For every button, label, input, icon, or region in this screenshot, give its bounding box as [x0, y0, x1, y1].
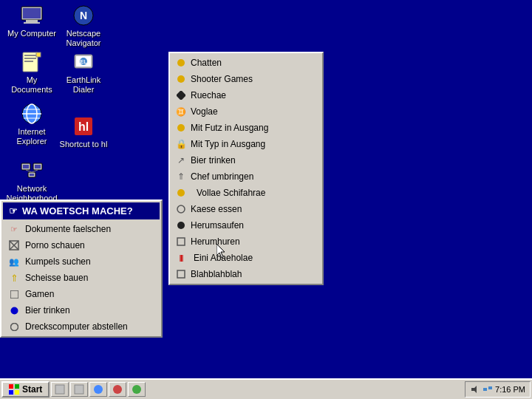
left-item-porno[interactable]: Porno schauen	[3, 237, 160, 253]
left-item-drecks[interactable]: Dreckscomputer abstellen	[3, 318, 160, 335]
svg-rect-33	[10, 290, 18, 299]
desktop-icon-ie[interactable]: Internet Explorer	[6, 102, 58, 146]
svg-point-42	[177, 222, 185, 229]
menu-label-typ: Mit Typ in Ausgang	[191, 139, 265, 149]
menu-label-vollae: Vollae Schifahrae	[191, 188, 265, 198]
svg-point-39	[177, 124, 185, 132]
desktop-icon-my-computer[interactable]: My Computer	[6, 4, 58, 38]
svg-rect-38	[177, 91, 185, 100]
svg-point-52	[94, 385, 103, 394]
menu-item-eini[interactable]: ||| Eini Abaeholae	[171, 250, 321, 266]
menu-icon-typ: 🔒	[174, 137, 188, 151]
menu-item-chatten[interactable]: Chatten	[171, 55, 321, 71]
menu-item-chef[interactable]: ⇑ Chef umbringen	[171, 168, 321, 185]
svg-rect-50	[55, 385, 64, 394]
system-tray: 7:16 PM	[465, 381, 531, 398]
desktop-icon-earthlink[interactable]: EL EarthLink Dialer	[58, 50, 109, 95]
menu-item-vollae[interactable]: Vollae Schifahrae	[171, 185, 321, 201]
menu-label-bier: Bier trinken	[191, 155, 236, 166]
svg-rect-9	[24, 61, 33, 62]
svg-rect-2	[26, 20, 38, 22]
menu-item-kaese[interactable]: Kaese essen	[171, 201, 321, 217]
network-icon	[482, 384, 493, 395]
menu-item-voglae[interactable]: ♊ Voglae	[171, 103, 321, 120]
svg-rect-1	[23, 8, 41, 18]
menu-icon-herumhuren	[174, 235, 188, 248]
taskbar-btn-3[interactable]	[89, 382, 107, 397]
left-item-gamen[interactable]: Gamen	[3, 286, 160, 302]
svg-rect-43	[177, 238, 185, 245]
menu-icon-vollae	[174, 186, 188, 200]
start-label: Start	[22, 384, 42, 395]
menu-icon-eini: |||	[174, 251, 188, 265]
taskbar-btn-2[interactable]	[70, 382, 88, 397]
left-item-drecks-label: Dreckscomputer abstellen	[25, 321, 128, 332]
menu-icon-herumsaufen	[174, 219, 188, 232]
menu-label-chef: Chef umbringen	[191, 171, 253, 182]
windows-logo-icon	[9, 384, 19, 395]
left-item-porno-icon	[7, 239, 21, 252]
left-item-bier[interactable]: Bier trinken	[3, 302, 160, 318]
menu-label-shooter: Shooter Games	[191, 74, 253, 84]
svg-point-37	[177, 75, 185, 83]
menu-label-herumsaufen: Herumsaufen	[191, 220, 244, 231]
svg-rect-8	[24, 58, 36, 59]
taskbar-btn-4[interactable]	[109, 382, 126, 397]
svg-point-34	[10, 307, 18, 314]
menu-icon-chef: ⇑	[174, 170, 188, 183]
svg-point-36	[177, 59, 185, 66]
left-item-kumpels-label: Kumpels suchen	[25, 256, 91, 267]
left-item-porno-label: Porno schauen	[25, 240, 85, 250]
taskbar-btn-5[interactable]	[128, 382, 146, 397]
taskbar: Start 7:16 PM	[0, 378, 532, 399]
left-item-scheisse-icon: ⇑	[7, 271, 21, 284]
menu-icon-voglae: ♊	[174, 105, 188, 118]
desktop-icon-network[interactable]: Network Neighborhood	[6, 159, 58, 203]
speaker-icon	[470, 384, 480, 395]
svg-point-54	[132, 385, 141, 394]
svg-rect-7	[24, 55, 36, 56]
menu-item-shooter[interactable]: Shooter Games	[171, 71, 321, 87]
menu-label-kaese: Kaese essen	[191, 204, 242, 214]
menu-item-herumsaufen[interactable]: Herumsaufen	[171, 217, 321, 233]
svg-point-53	[113, 385, 122, 394]
menu-item-ruechae[interactable]: Ruechae	[171, 87, 321, 103]
menu-icon-kaese	[174, 202, 188, 216]
left-item-dokumente-icon: ☞	[7, 222, 21, 236]
menu-icon-futz	[174, 121, 188, 134]
svg-rect-10	[36, 52, 41, 57]
menu-label-voglae: Voglae	[191, 106, 218, 117]
menu-icon-shooter	[174, 72, 188, 86]
svg-point-40	[177, 189, 185, 197]
menu-item-blah[interactable]: Blahblahblah	[171, 266, 321, 282]
taskbar-btn-1[interactable]	[51, 382, 69, 397]
desktop-icon-netscape[interactable]: N Netscape Navigator	[58, 4, 109, 48]
menu-item-herumhuren[interactable]: Herumhuren	[171, 233, 321, 250]
svg-point-35	[10, 323, 18, 330]
left-item-drecks-icon	[7, 320, 21, 333]
desktop-icon-shortcut[interactable]: hl Shortcut to hl	[58, 115, 109, 149]
left-panel-hand-icon: ☞	[9, 205, 18, 216]
menu-icon-bier: ↗	[174, 154, 188, 167]
left-item-dokumente-label: Dokumente faelschen	[25, 224, 111, 234]
menu-item-futz[interactable]: Mit Futz in Ausgang	[171, 120, 321, 136]
svg-rect-44	[177, 270, 185, 278]
svg-text:EL: EL	[81, 59, 88, 64]
svg-marker-55	[471, 386, 477, 393]
left-item-bier-label: Bier trinken	[25, 305, 70, 316]
menu-item-typ[interactable]: 🔒 Mit Typ in Ausgang	[171, 136, 321, 152]
left-item-gamen-icon	[7, 287, 21, 301]
left-item-scheisse[interactable]: ⇑ Scheisse bauen	[3, 270, 160, 286]
svg-rect-56	[483, 388, 487, 391]
left-item-gamen-label: Gamen	[25, 289, 54, 299]
left-item-dokumente[interactable]: ☞ Dokumente faelschen	[3, 221, 160, 237]
left-item-kumpels[interactable]: 👥 Kumpels suchen	[3, 253, 160, 270]
desktop-icon-my-documents[interactable]: My Documents	[6, 50, 58, 95]
menu-label-herumhuren: Herumhuren	[191, 236, 240, 247]
svg-point-41	[177, 205, 185, 213]
menu-icon-blah	[174, 267, 188, 281]
menu-item-bier[interactable]: ↗ Bier trinken	[171, 152, 321, 168]
start-button[interactable]: Start	[1, 381, 50, 398]
svg-rect-57	[488, 386, 492, 389]
menu-label-futz: Mit Futz in Ausgang	[191, 123, 268, 133]
